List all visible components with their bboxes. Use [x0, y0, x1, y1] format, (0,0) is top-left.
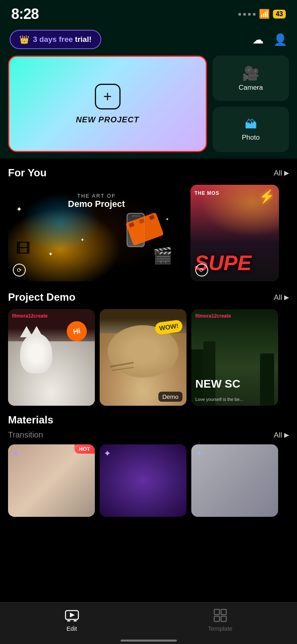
new-project-plus-icon: +	[95, 84, 121, 109]
for-you-all-button[interactable]: All ▶	[274, 169, 289, 178]
project-demo-section: Project Demo All ▶ filmora12create Hi	[0, 281, 297, 406]
cat1-hi-bubble: Hi	[65, 320, 88, 343]
camera-card[interactable]: 🎥 Camera	[213, 56, 289, 101]
transition-star-icon-3: ✦	[195, 448, 203, 459]
camera-icon: 🎥	[242, 65, 259, 81]
super-play-icon: ⟳	[195, 264, 208, 277]
main-content: + NEW PROJECT 🎥 Camera 🏔 Photo	[0, 56, 297, 159]
transition-star-icon-2: ✦	[104, 448, 111, 459]
trial-text: 3 days free trial!	[33, 35, 92, 44]
super-card[interactable]: ⚡ THE MOS SUPE ⟳	[190, 185, 279, 281]
header-actions: ☁ 👤	[252, 33, 287, 46]
template-nav-icon	[213, 608, 227, 623]
for-you-header: For You All ▶	[8, 167, 289, 179]
new-project-label: NEW PROJECT	[76, 115, 139, 124]
for-you-section: For You All ▶ ✦ ✦ ✦ ✦ THE ART OF Demo Pr…	[0, 159, 297, 281]
demo-title-text: Demo Project	[68, 199, 125, 209]
project-demo-all-button[interactable]: All ▶	[274, 293, 289, 302]
edit-nav-icon	[65, 608, 79, 623]
signal-icon	[238, 13, 256, 16]
project-demo-header: Project Demo All ▶	[8, 291, 289, 303]
cloud-icon[interactable]: ☁	[252, 33, 264, 46]
status-bar: 8:28 📶 43	[0, 0, 297, 26]
materials-section: Materials Transition All ▶ ✦ HOT ✦ ✦	[0, 406, 297, 517]
trial-free-text: 3 days free	[33, 35, 73, 43]
cat3-overlay-text: filmora12create	[191, 309, 278, 320]
transition-card-1[interactable]: ✦ HOT	[8, 444, 95, 517]
for-you-title: For You	[8, 167, 47, 179]
project-demo-scroll: filmora12create Hi WOW! Demo	[8, 309, 289, 406]
transition-star-icon-1: ✦	[12, 448, 19, 459]
cat3-new-text: NEW SC	[195, 378, 240, 390]
demo-badge: Demo	[158, 392, 182, 402]
photo-card[interactable]: 🏔 Photo	[213, 107, 289, 152]
cat1-overlay-text: filmora12create	[8, 309, 95, 320]
photo-icon: 🏔	[245, 118, 257, 131]
battery-indicator: 43	[273, 10, 286, 19]
edit-nav-label: Edit	[67, 625, 77, 632]
project-card-2[interactable]: WOW! Demo	[100, 309, 186, 406]
demo-project-text: THE ART OF Demo Project	[68, 193, 125, 209]
transition-scroll: ✦ HOT ✦ ✦	[8, 444, 289, 517]
camera-label: Camera	[239, 84, 263, 92]
transition-all-button[interactable]: All ▶	[274, 431, 289, 440]
chevron-right-icon: ▶	[284, 169, 289, 177]
demo-project-card[interactable]: ✦ ✦ ✦ ✦ THE ART OF Demo Project	[8, 185, 185, 281]
home-indicator	[121, 640, 177, 642]
project-card-3[interactable]: filmora12create NEW SC Love yourself is …	[191, 309, 278, 406]
super-top-text: THE MOS	[195, 190, 219, 196]
chevron-right-icon-2: ▶	[284, 293, 289, 301]
chevron-right-icon-3: ▶	[284, 431, 289, 439]
bottom-nav: Edit Template	[0, 602, 297, 644]
cat2-wow-bubble: WOW!	[154, 319, 183, 335]
svg-rect-4	[214, 609, 219, 615]
film-reel-decoration: 🎞	[16, 240, 31, 257]
svg-rect-7	[221, 616, 226, 621]
lightning-icon: ⚡	[259, 189, 275, 204]
crown-icon: 👑	[19, 35, 29, 44]
svg-marker-1	[70, 613, 75, 617]
project-demo-title: Project Demo	[8, 291, 76, 303]
svg-rect-5	[221, 609, 226, 615]
trial-button[interactable]: 👑 3 days free trial!	[10, 30, 101, 49]
template-nav-label: Template	[208, 625, 233, 632]
header: 👑 3 days free trial! ☁ 👤	[0, 26, 297, 56]
wifi-icon: 📶	[259, 9, 270, 19]
for-you-scroll: ✦ ✦ ✦ ✦ THE ART OF Demo Project	[8, 185, 289, 281]
status-icons: 📶 43	[238, 9, 286, 19]
transition-label: Transition	[8, 430, 43, 440]
demo-art-of-text: THE ART OF	[68, 193, 125, 199]
nav-template[interactable]: Template	[192, 608, 249, 632]
trial-suffix-text: trial!	[75, 35, 92, 43]
status-time: 8:28	[11, 6, 39, 23]
nav-edit[interactable]: Edit	[49, 608, 95, 632]
transition-header: Transition All ▶	[8, 430, 289, 440]
hot-badge: HOT	[74, 444, 95, 454]
project-card-1[interactable]: filmora12create Hi	[8, 309, 95, 406]
new-project-card[interactable]: + NEW PROJECT	[8, 56, 207, 152]
svg-rect-2	[67, 620, 70, 621]
cat3-bottom-text: Love yourself is the be...	[195, 397, 243, 402]
transition-card-2[interactable]: ✦	[100, 444, 186, 517]
svg-rect-6	[214, 616, 219, 621]
demo-play-icon: ⟳	[13, 264, 26, 277]
user-icon[interactable]: 👤	[273, 33, 287, 46]
materials-title: Materials	[8, 414, 289, 426]
svg-rect-3	[74, 620, 77, 621]
transition-card-3[interactable]: ✦	[191, 444, 278, 517]
photo-label: Photo	[242, 134, 260, 142]
side-cards: 🎥 Camera 🏔 Photo	[213, 56, 289, 152]
top-cards-row: + NEW PROJECT 🎥 Camera 🏔 Photo	[8, 56, 289, 152]
